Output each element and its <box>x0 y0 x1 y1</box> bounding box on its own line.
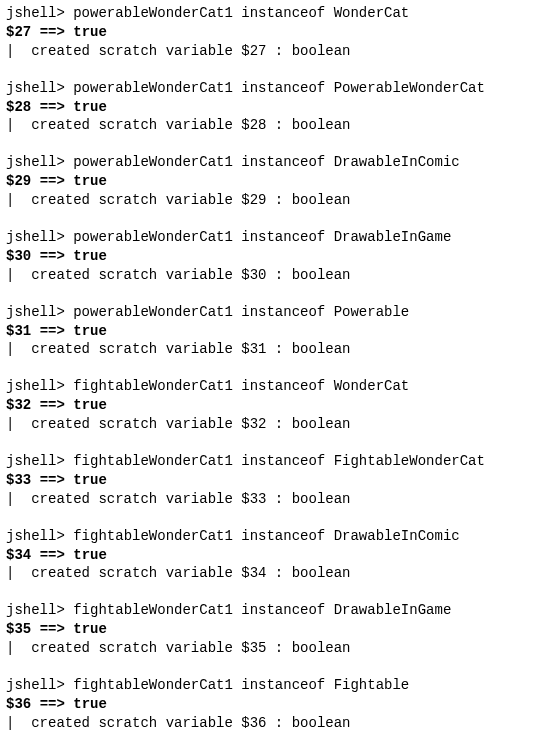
result-line: $28 ==> true <box>6 98 540 117</box>
prompt: jshell> <box>6 229 65 245</box>
created-sep: : <box>266 43 283 59</box>
created-sep: : <box>266 267 283 283</box>
created-prefix: created scratch variable <box>14 117 232 133</box>
arrow: ==> <box>40 323 65 339</box>
result-line: $31 ==> true <box>6 322 540 341</box>
created-var: $31 <box>241 341 266 357</box>
arrow: ==> <box>40 24 65 40</box>
result-value: true <box>73 397 107 413</box>
prompt: jshell> <box>6 453 65 469</box>
result-value: true <box>73 323 107 339</box>
result-line: $35 ==> true <box>6 620 540 639</box>
created-line: | created scratch variable $28 : boolean <box>6 116 540 135</box>
created-line: | created scratch variable $34 : boolean <box>6 564 540 583</box>
created-type: boolean <box>292 341 351 357</box>
created-type: boolean <box>292 267 351 283</box>
result-line: $32 ==> true <box>6 396 540 415</box>
created-type: boolean <box>292 117 351 133</box>
created-prefix: created scratch variable <box>14 341 232 357</box>
prompt: jshell> <box>6 602 65 618</box>
created-sep: : <box>266 715 283 731</box>
created-sep: : <box>266 117 283 133</box>
result-line: $36 ==> true <box>6 695 540 714</box>
created-sep: : <box>266 640 283 656</box>
prompt: jshell> <box>6 5 65 21</box>
command-text: fightableWonderCat1 instanceof WonderCat <box>73 378 409 394</box>
created-type: boolean <box>292 43 351 59</box>
command-line: jshell> powerableWonderCat1 instanceof P… <box>6 303 540 322</box>
result-var: $36 <box>6 696 31 712</box>
created-line: | created scratch variable $32 : boolean <box>6 415 540 434</box>
result-value: true <box>73 621 107 637</box>
result-line: $30 ==> true <box>6 247 540 266</box>
command-line: jshell> powerableWonderCat1 instanceof W… <box>6 4 540 23</box>
command-text: powerableWonderCat1 instanceof WonderCat <box>73 5 409 21</box>
command-text: powerableWonderCat1 instanceof Powerable… <box>73 80 485 96</box>
created-line: | created scratch variable $36 : boolean <box>6 714 540 733</box>
created-line: | created scratch variable $27 : boolean <box>6 42 540 61</box>
command-line: jshell> powerableWonderCat1 instanceof D… <box>6 153 540 172</box>
created-var: $27 <box>241 43 266 59</box>
result-value: true <box>73 173 107 189</box>
command-line: jshell> fightableWonderCat1 instanceof D… <box>6 527 540 546</box>
created-line: | created scratch variable $33 : boolean <box>6 490 540 509</box>
arrow: ==> <box>40 248 65 264</box>
created-line: | created scratch variable $35 : boolean <box>6 639 540 658</box>
arrow: ==> <box>40 696 65 712</box>
result-value: true <box>73 99 107 115</box>
result-var: $28 <box>6 99 31 115</box>
shell-entry: jshell> powerableWonderCat1 instanceof W… <box>6 4 540 61</box>
shell-entry: jshell> powerableWonderCat1 instanceof D… <box>6 228 540 285</box>
command-line: jshell> fightableWonderCat1 instanceof F… <box>6 676 540 695</box>
result-var: $27 <box>6 24 31 40</box>
command-line: jshell> fightableWonderCat1 instanceof F… <box>6 452 540 471</box>
created-type: boolean <box>292 192 351 208</box>
shell-entry: jshell> fightableWonderCat1 instanceof F… <box>6 676 540 733</box>
result-line: $29 ==> true <box>6 172 540 191</box>
command-line: jshell> powerableWonderCat1 instanceof P… <box>6 79 540 98</box>
command-line: jshell> fightableWonderCat1 instanceof W… <box>6 377 540 396</box>
created-prefix: created scratch variable <box>14 565 232 581</box>
created-type: boolean <box>292 640 351 656</box>
created-line: | created scratch variable $30 : boolean <box>6 266 540 285</box>
created-type: boolean <box>292 416 351 432</box>
shell-entry: jshell> fightableWonderCat1 instanceof D… <box>6 527 540 584</box>
created-sep: : <box>266 565 283 581</box>
arrow: ==> <box>40 397 65 413</box>
created-var: $33 <box>241 491 266 507</box>
arrow: ==> <box>40 173 65 189</box>
created-line: | created scratch variable $29 : boolean <box>6 191 540 210</box>
result-value: true <box>73 696 107 712</box>
prompt: jshell> <box>6 154 65 170</box>
command-text: powerableWonderCat1 instanceof DrawableI… <box>73 229 451 245</box>
command-line: jshell> powerableWonderCat1 instanceof D… <box>6 228 540 247</box>
result-line: $27 ==> true <box>6 23 540 42</box>
created-prefix: created scratch variable <box>14 192 232 208</box>
result-value: true <box>73 248 107 264</box>
created-var: $35 <box>241 640 266 656</box>
command-text: fightableWonderCat1 instanceof DrawableI… <box>73 528 459 544</box>
shell-entry: jshell> powerableWonderCat1 instanceof P… <box>6 303 540 360</box>
created-sep: : <box>266 416 283 432</box>
arrow: ==> <box>40 472 65 488</box>
created-var: $36 <box>241 715 266 731</box>
prompt: jshell> <box>6 528 65 544</box>
prompt: jshell> <box>6 677 65 693</box>
result-line: $33 ==> true <box>6 471 540 490</box>
shell-entry: jshell> fightableWonderCat1 instanceof D… <box>6 601 540 658</box>
result-var: $35 <box>6 621 31 637</box>
result-value: true <box>73 24 107 40</box>
result-var: $34 <box>6 547 31 563</box>
prompt: jshell> <box>6 378 65 394</box>
created-type: boolean <box>292 565 351 581</box>
shell-entry: jshell> powerableWonderCat1 instanceof D… <box>6 153 540 210</box>
command-text: fightableWonderCat1 instanceof Fightable… <box>73 453 485 469</box>
created-sep: : <box>266 192 283 208</box>
result-line: $34 ==> true <box>6 546 540 565</box>
arrow: ==> <box>40 547 65 563</box>
created-var: $34 <box>241 565 266 581</box>
command-text: powerableWonderCat1 instanceof Powerable <box>73 304 409 320</box>
created-prefix: created scratch variable <box>14 267 232 283</box>
created-var: $29 <box>241 192 266 208</box>
created-prefix: created scratch variable <box>14 715 232 731</box>
